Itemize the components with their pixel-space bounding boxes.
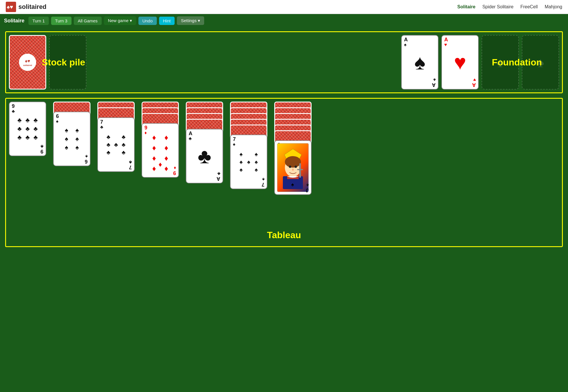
newgame-button[interactable]: New game ▾ — [104, 16, 136, 25]
foundation-pile-2[interactable]: A ♥ ♥ A ♥ — [441, 35, 479, 90]
f1-suit-bot: ♠ — [433, 77, 436, 82]
card-7s[interactable]: 7 ♠ ♠♠ ♠♠♠ ♠♠ 7 ♠ — [230, 135, 267, 189]
svg-text:♠♥: ♠♥ — [7, 4, 13, 10]
nav-freecell[interactable]: FreeCell — [520, 4, 538, 9]
card-js[interactable]: J ♠ — [274, 140, 312, 195]
game-toolbar: Solitaire Turn 1 Turn 3 All Games New ga… — [0, 14, 568, 27]
card-9c[interactable]: 9 ♣ ♣♣♣ ♣♣♣ ♣♣♣ 9 ♣ — [9, 102, 46, 156]
foundation-area: A ♠ ♠ A ♠ A ♥ ♥ A ♥ ♠ ♠ Foundation — [123, 35, 559, 90]
card-7c[interactable]: 7 ♣ ♣♣ ♣♣♣ ♣♣ 7 ♣ — [97, 117, 135, 172]
turn3-button[interactable]: Turn 3 — [51, 17, 72, 25]
top-nav: ♠♥ solitaired Solitaire Spider Solitaire… — [0, 0, 568, 14]
stock-logo: ♠♥ solitaired — [19, 54, 36, 71]
f1-rank-top: A — [404, 37, 408, 42]
tableau-col-5: A ♣ ♣ A ♣ — [186, 102, 226, 195]
foundation-pile-4[interactable]: ♠ — [522, 35, 559, 90]
f2-center: ♥ — [454, 52, 466, 73]
f1-rank-bot: A — [432, 82, 436, 88]
card-9d[interactable]: 9 ♦ ♦♦ ♦♦ ♦♦ ♦♦ ♦ 9 ♦ — [142, 123, 179, 178]
stock-card[interactable]: ♠♥ solitaired — [9, 35, 46, 90]
allgames-button[interactable]: All Games — [74, 17, 102, 25]
foundation-pile-1[interactable]: A ♠ ♠ A ♠ — [401, 35, 438, 90]
jack-svg: ♠ — [279, 146, 307, 189]
logo-area: ♠♥ solitaired — [6, 2, 47, 12]
tableau-columns: 9 ♣ ♣♣♣ ♣♣♣ ♣♣♣ 9 ♣ 6 ♠ — [9, 102, 559, 195]
tableau-col-2: 6 ♠ ♠♠ ♠♠ ♠♠ 6 ♠ — [53, 102, 93, 195]
undo-button[interactable]: Undo — [138, 17, 157, 25]
nav-mahjong[interactable]: Mahjong — [545, 4, 562, 9]
nav-links: Solitaire Spider Solitaire FreeCell Mahj… — [457, 4, 562, 9]
f2-suit-bot: ♥ — [473, 77, 476, 82]
top-section: ♠♥ solitaired Stock pile A ♠ ♠ A ♠ A — [5, 31, 563, 93]
tableau-col-6: 7 ♠ ♠♠ ♠♠♠ ♠♠ 7 ♠ — [230, 102, 270, 195]
svg-point-7 — [292, 168, 294, 171]
turn1-button[interactable]: Turn 1 — [28, 17, 49, 25]
settings-button[interactable]: Settings ▾ — [177, 16, 204, 25]
f2-rank-top: A — [444, 37, 448, 42]
tableau-col-4: 9 ♦ ♦♦ ♦♦ ♦♦ ♦♦ ♦ 9 ♦ — [142, 102, 182, 195]
f1-suit-top: ♠ — [404, 42, 407, 47]
f1-center: ♠ — [414, 52, 425, 73]
nav-spider[interactable]: Spider Solitaire — [482, 4, 514, 9]
stock-area: ♠♥ solitaired Stock pile — [9, 35, 118, 90]
waste-pile[interactable] — [49, 35, 86, 90]
card-ac[interactable]: A ♣ ♣ A ♣ — [186, 129, 223, 183]
card-6s[interactable]: 6 ♠ ♠♠ ♠♠ ♠♠ 6 ♠ — [53, 112, 90, 166]
tableau-col-3: 7 ♣ ♣♣ ♣♣♣ ♣♣ 7 ♣ — [97, 102, 138, 195]
svg-point-6 — [295, 166, 297, 168]
f2-rank-bot: A — [472, 82, 476, 88]
foundation-pile-3[interactable]: ♠ — [482, 35, 519, 90]
tableau-section: 9 ♣ ♣♣♣ ♣♣♣ ♣♣♣ 9 ♣ 6 ♠ — [5, 98, 563, 247]
svg-text:♠: ♠ — [291, 182, 294, 187]
tableau-label: Tableau — [267, 230, 301, 240]
svg-point-4 — [285, 156, 301, 168]
jack-face-art: ♠ — [277, 143, 309, 192]
hint-button[interactable]: Hint — [159, 17, 175, 25]
svg-rect-11 — [299, 163, 301, 178]
f2-suit-top: ♥ — [444, 42, 447, 47]
logo-text: solitaired — [18, 3, 47, 11]
tableau-col-1: 9 ♣ ♣♣♣ ♣♣♣ ♣♣♣ 9 ♣ — [9, 102, 49, 195]
svg-rect-12 — [297, 169, 303, 170]
tableau-col-7: J ♠ — [274, 102, 314, 195]
game-area: ♠♥ solitaired Stock pile A ♠ ♠ A ♠ A — [0, 27, 568, 251]
toolbar-title: Solitaire — [4, 18, 24, 24]
logo-icon: ♠♥ — [6, 2, 16, 12]
svg-point-5 — [289, 166, 291, 168]
nav-solitaire[interactable]: Solitaire — [457, 4, 476, 9]
